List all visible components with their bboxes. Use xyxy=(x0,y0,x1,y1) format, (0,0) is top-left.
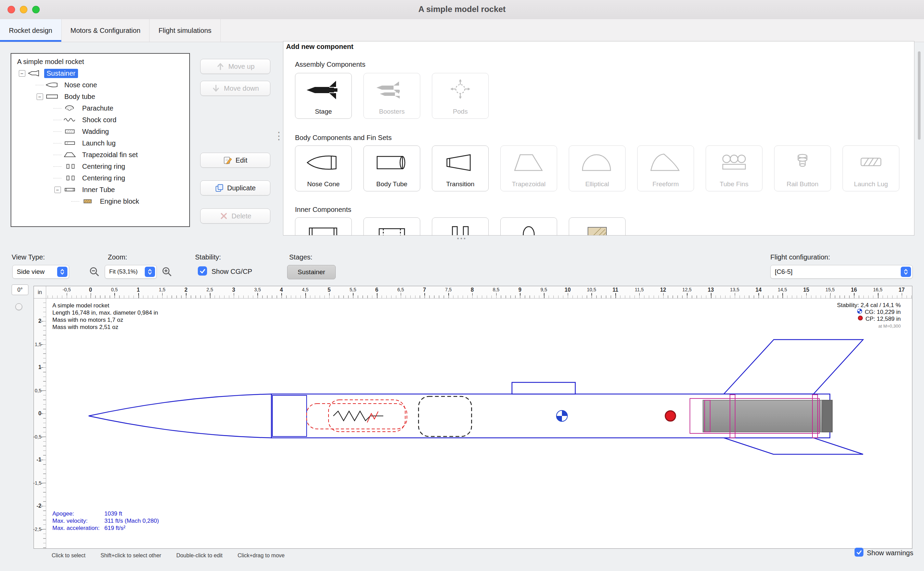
tree-toggle-slot xyxy=(16,70,28,77)
cg-icon xyxy=(857,309,862,315)
component-button-inner-tube[interactable] xyxy=(295,218,352,236)
v-ruler-label: -0,5 xyxy=(33,434,42,440)
magnifier-plus-icon xyxy=(161,266,173,278)
component-button-trapezoidal[interactable]: Trapezoidal xyxy=(500,145,557,191)
section-title: Assembly Components xyxy=(295,60,365,68)
rocket-info-block: A simple model rocket Length 16,748 in, … xyxy=(52,302,158,331)
cp-value: CP: 12,589 in xyxy=(865,316,901,322)
launch-lug-icon xyxy=(843,148,899,177)
show-cgcp-label: Show CG/CP xyxy=(211,268,252,276)
component-button-bulkhead[interactable] xyxy=(500,218,557,236)
wadding-icon xyxy=(63,128,77,134)
parachute-icon xyxy=(63,105,77,111)
component-button-label: Stage xyxy=(295,108,351,115)
tree-item-centering-ring[interactable]: Centering ring xyxy=(11,172,189,184)
component-button-pods[interactable]: Pods xyxy=(432,73,489,119)
tree-item-fin-set[interactable]: Trapezoidal fin set xyxy=(11,149,189,160)
component-button-rail-button[interactable]: Rail Button xyxy=(774,145,831,191)
panel-expander-dots[interactable] xyxy=(448,236,476,242)
component-button-body-tube[interactable]: Body Tube xyxy=(363,145,420,191)
horizontal-ruler: -0,500,511,522,533,544,555,566,577,588,5… xyxy=(46,286,912,298)
h-ruler-label: 9 xyxy=(519,287,522,293)
h-ruler-label: 2,5 xyxy=(206,287,213,292)
tree-item-nose-cone[interactable]: Nose cone xyxy=(11,79,189,91)
tree-item-shock-cord[interactable]: Shock cord xyxy=(11,114,189,126)
view-type-select[interactable]: Side view xyxy=(12,265,69,279)
component-button-transition[interactable]: Transition xyxy=(432,145,489,191)
bulkhead-icon xyxy=(500,221,557,236)
coupler-icon xyxy=(364,221,420,236)
tree-item-wadding[interactable]: Wadding xyxy=(11,126,189,137)
fin-bottom[interactable] xyxy=(724,438,863,454)
move-down-button[interactable]: Move down xyxy=(200,81,270,96)
show-warnings-label: Show warnings xyxy=(867,549,913,557)
h-ruler-label: 0,5 xyxy=(111,287,117,292)
duplicate-button[interactable]: Duplicate xyxy=(200,181,270,196)
zoom-select[interactable]: Fit (53,1%) xyxy=(105,265,157,279)
tree-item-sustainer[interactable]: Sustainer xyxy=(11,68,189,79)
tree-toggle-slot xyxy=(34,93,46,100)
tree-item-engine-block[interactable]: Engine block xyxy=(11,196,189,207)
fin-set-icon xyxy=(63,152,77,158)
mach-note: at M=0,300 xyxy=(837,323,901,329)
component-button-elliptical[interactable]: Elliptical xyxy=(569,145,625,191)
edit-button[interactable]: Edit xyxy=(200,153,270,168)
arrow-up-icon xyxy=(216,62,225,71)
zoom-out-button[interactable] xyxy=(88,265,101,278)
collapse-icon[interactable] xyxy=(19,70,25,77)
component-button-tube-fins[interactable]: Tube Fins xyxy=(706,145,762,191)
cg-value: CG: 10,229 in xyxy=(865,309,901,315)
collapse-icon[interactable] xyxy=(37,93,43,100)
tree-item-centering-ring[interactable]: Centering ring xyxy=(11,160,189,172)
tab-motors-configuration[interactable]: Motors & Configuration xyxy=(62,19,150,42)
tab-flight-simulations[interactable]: Flight simulations xyxy=(149,19,221,42)
show-cgcp-checkbox[interactable] xyxy=(198,266,207,276)
tree-item-root[interactable]: A simple model rocket xyxy=(11,56,189,68)
tree-item-inner-tube[interactable]: Inner Tube xyxy=(11,184,189,196)
nose-cone-outline[interactable] xyxy=(89,394,271,438)
rotation-slider[interactable] xyxy=(15,303,22,310)
move-up-button[interactable]: Move up xyxy=(200,59,270,74)
component-button-engine-block[interactable] xyxy=(569,218,625,236)
hint: Double-click to edit xyxy=(176,552,222,559)
show-warnings-checkbox[interactable] xyxy=(855,548,864,557)
tab-rocket-design[interactable]: Rocket design xyxy=(0,19,62,42)
splitter-grip[interactable] xyxy=(274,131,284,141)
tree-item-label: Centering ring xyxy=(80,162,128,171)
tab-label: Flight simulations xyxy=(159,27,211,35)
h-ruler-label: -0,5 xyxy=(63,287,71,292)
fin-top[interactable] xyxy=(724,340,863,394)
motor[interactable] xyxy=(703,400,832,432)
rocket-viewport: in -0,500,511,522,533,544,555,566,577,58… xyxy=(34,286,912,549)
component-button-freeform[interactable]: Freeform xyxy=(637,145,694,191)
component-button-nose-cone[interactable]: Nose Cone xyxy=(295,145,352,191)
zoom-label: Zoom: xyxy=(108,253,127,261)
component-button-stage[interactable]: Stage xyxy=(295,73,352,119)
component-button-label: Launch Lug xyxy=(843,181,899,188)
launch-lug-outline[interactable] xyxy=(512,383,575,394)
panel-title: Add new component xyxy=(286,43,354,51)
stage-toggle-sustainer[interactable]: Sustainer xyxy=(287,265,336,279)
scrollbar[interactable] xyxy=(918,51,921,140)
tree-item-label: Centering ring xyxy=(80,174,128,183)
component-button-launch-lug[interactable]: Launch Lug xyxy=(842,145,899,191)
zoom-in-button[interactable] xyxy=(161,265,173,278)
component-button-coupler[interactable] xyxy=(363,218,420,236)
tree-item-launch-lug[interactable]: Launch lug xyxy=(11,137,189,149)
collapse-icon[interactable] xyxy=(54,187,61,193)
rocket-canvas[interactable]: A simple model rocket Length 16,748 in, … xyxy=(46,298,912,548)
flight-configuration-select[interactable]: [C6-5] xyxy=(770,265,913,279)
component-button-centering-ring[interactable] xyxy=(432,218,489,236)
component-button-boosters[interactable]: Boosters xyxy=(363,73,420,119)
h-ruler-label: 4,5 xyxy=(302,287,308,292)
hint-row: Click to select Shift+click to select ot… xyxy=(52,552,285,559)
add-component-panel: Add new component Assembly Components St… xyxy=(283,41,915,236)
window-title: A simple model rocket xyxy=(0,5,924,14)
delete-button[interactable]: Delete xyxy=(200,208,270,224)
nose-cone-icon xyxy=(295,148,351,177)
stability-label: Stability: xyxy=(195,253,221,261)
h-ruler-label: 15 xyxy=(803,287,809,293)
tree-item-body-tube[interactable]: Body tube xyxy=(11,91,189,102)
tree-item-parachute[interactable]: Parachute xyxy=(11,102,189,114)
section-title: Body Components and Fin Sets xyxy=(295,134,391,142)
